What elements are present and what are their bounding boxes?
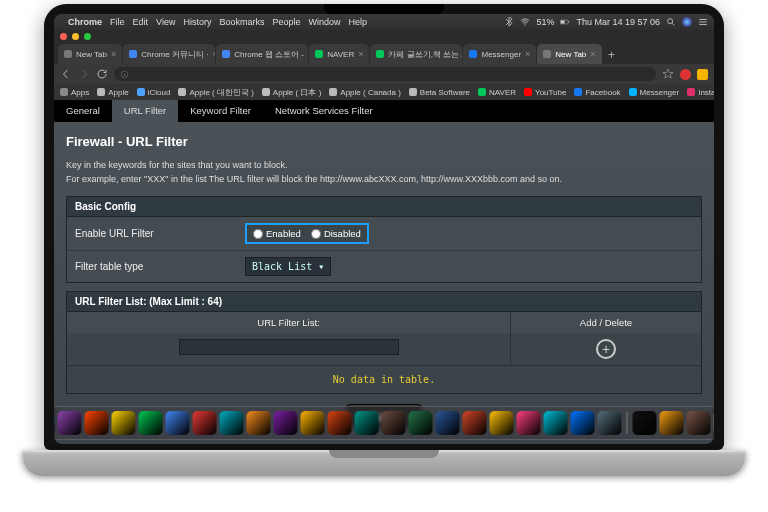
firewall-tabs: GeneralURL FilterKeyword FilterNetwork S… bbox=[54, 100, 714, 122]
add-button[interactable]: + bbox=[596, 339, 616, 359]
dock-app-icon[interactable] bbox=[517, 411, 541, 435]
dock-app-icon[interactable] bbox=[112, 411, 136, 435]
reload-icon[interactable] bbox=[96, 68, 108, 80]
filter-type-select[interactable]: Black List▾ bbox=[245, 257, 331, 276]
dock-app-icon[interactable] bbox=[328, 411, 352, 435]
mb-app[interactable]: Chrome bbox=[68, 17, 102, 27]
firewall-tab[interactable]: Network Services Filter bbox=[263, 100, 385, 122]
dock-app-icon[interactable] bbox=[58, 411, 82, 435]
mb-people[interactable]: People bbox=[272, 17, 300, 27]
spotlight-icon[interactable] bbox=[666, 17, 676, 27]
browser-tab[interactable]: 카페 글쓰기,책 쓰는 시 × bbox=[370, 44, 462, 64]
dock-app-icon[interactable] bbox=[571, 411, 595, 435]
filter-type-label: Filter table type bbox=[75, 261, 245, 272]
mb-view[interactable]: View bbox=[156, 17, 175, 27]
close-tab-icon[interactable]: × bbox=[111, 49, 116, 59]
mb-edit[interactable]: Edit bbox=[133, 17, 149, 27]
close-tab-icon[interactable]: × bbox=[358, 49, 363, 59]
forward-icon[interactable] bbox=[78, 68, 90, 80]
disabled-radio[interactable] bbox=[311, 229, 321, 239]
siri-icon[interactable] bbox=[682, 17, 692, 27]
star-icon[interactable] bbox=[662, 68, 674, 80]
address-bar[interactable] bbox=[114, 67, 656, 81]
dock-app-icon[interactable] bbox=[54, 411, 55, 435]
close-tab-icon[interactable]: × bbox=[590, 49, 595, 59]
dock-app-icon[interactable] bbox=[687, 411, 711, 435]
dock-app-icon[interactable] bbox=[220, 411, 244, 435]
bookmark-item[interactable]: Facebook bbox=[574, 88, 620, 97]
enable-url-filter-radio[interactable]: Enabled Disabled bbox=[245, 223, 369, 244]
ext-icon[interactable] bbox=[697, 69, 708, 80]
dock-app-icon[interactable] bbox=[490, 411, 514, 435]
dock-app-icon[interactable] bbox=[274, 411, 298, 435]
dock-app-icon[interactable] bbox=[247, 411, 271, 435]
bookmark-item[interactable]: Apple ( 대한민국 ) bbox=[178, 87, 253, 98]
bookmark-item[interactable]: iCloud bbox=[137, 88, 171, 97]
bookmark-item[interactable]: Instagram bbox=[687, 88, 714, 97]
mb-history[interactable]: History bbox=[183, 17, 211, 27]
clock: Thu Mar 14 19 57 06 bbox=[576, 17, 660, 27]
mac-menubar: Chrome File Edit View History Bookmarks … bbox=[54, 14, 714, 30]
close-tab-icon[interactable]: × bbox=[212, 49, 215, 59]
close-tab-icon[interactable]: × bbox=[525, 49, 530, 59]
mb-bookmarks[interactable]: Bookmarks bbox=[219, 17, 264, 27]
col-url: URL Filter List: bbox=[67, 312, 511, 333]
bookmark-item[interactable]: Apps bbox=[60, 88, 89, 97]
url-input[interactable] bbox=[179, 339, 399, 355]
bookmarks-bar: AppsAppleiCloudApple ( 대한민국 )Apple ( 日本 … bbox=[54, 84, 714, 100]
browser-tab[interactable]: Chrome 커뮤니티 · × bbox=[123, 44, 215, 64]
dock-app-icon[interactable] bbox=[714, 411, 715, 435]
dock-app-icon[interactable] bbox=[463, 411, 487, 435]
dock-app-icon[interactable] bbox=[85, 411, 109, 435]
svg-rect-2 bbox=[561, 20, 565, 23]
bookmark-item[interactable]: Beta Software bbox=[409, 88, 470, 97]
chevron-down-icon: ▾ bbox=[318, 261, 324, 272]
dock-app-icon[interactable] bbox=[355, 411, 379, 435]
mb-file[interactable]: File bbox=[110, 17, 125, 27]
firewall-tab[interactable]: General bbox=[54, 100, 112, 122]
ext-icon[interactable] bbox=[680, 69, 691, 80]
close-window[interactable] bbox=[60, 33, 67, 40]
dock-app-icon[interactable] bbox=[598, 411, 622, 435]
bookmark-item[interactable]: Apple ( Canada ) bbox=[329, 88, 400, 97]
browser-tab[interactable]: Messenger× bbox=[463, 44, 536, 64]
mb-window[interactable]: Window bbox=[308, 17, 340, 27]
bookmark-item[interactable]: Messenger bbox=[629, 88, 680, 97]
maximize-window[interactable] bbox=[84, 33, 91, 40]
new-tab-button[interactable]: + bbox=[603, 46, 621, 64]
browser-tab[interactable]: NAVER× bbox=[309, 44, 369, 64]
bookmark-item[interactable]: Apple ( 日本 ) bbox=[262, 87, 321, 98]
browser-tab[interactable]: New Tab× bbox=[537, 44, 601, 64]
info-icon bbox=[120, 70, 129, 79]
dock-app-icon[interactable] bbox=[166, 411, 190, 435]
firewall-tab[interactable]: Keyword Filter bbox=[178, 100, 263, 122]
bookmark-item[interactable]: NAVER bbox=[478, 88, 516, 97]
browser-tab[interactable]: Chrome 웹 스토어 - × bbox=[216, 44, 308, 64]
dock-app-icon[interactable] bbox=[660, 411, 684, 435]
svg-rect-3 bbox=[569, 21, 570, 23]
firewall-tab[interactable]: URL Filter bbox=[112, 100, 178, 122]
svg-point-4 bbox=[668, 19, 673, 24]
dock-app-icon[interactable] bbox=[193, 411, 217, 435]
enabled-radio[interactable] bbox=[253, 229, 263, 239]
browser-tab[interactable]: New Tab× bbox=[58, 44, 122, 64]
bluetooth-icon[interactable] bbox=[504, 17, 514, 27]
dock-app-icon[interactable] bbox=[382, 411, 406, 435]
wifi-icon[interactable] bbox=[520, 17, 530, 27]
dock-app-icon[interactable] bbox=[436, 411, 460, 435]
battery-pct: 51% bbox=[536, 17, 554, 27]
window-traffic-lights bbox=[54, 30, 714, 42]
dock-app-icon[interactable] bbox=[409, 411, 433, 435]
minimize-window[interactable] bbox=[72, 33, 79, 40]
dock-app-icon[interactable] bbox=[139, 411, 163, 435]
back-icon[interactable] bbox=[60, 68, 72, 80]
bookmark-item[interactable]: YouTube bbox=[524, 88, 566, 97]
url-filter-table: URL Filter List: Add / Delete + No data … bbox=[66, 312, 702, 394]
dock-app-icon[interactable] bbox=[301, 411, 325, 435]
mb-help[interactable]: Help bbox=[348, 17, 367, 27]
dock-app-icon[interactable] bbox=[544, 411, 568, 435]
notif-icon[interactable] bbox=[698, 17, 708, 27]
dock-app-icon[interactable] bbox=[633, 411, 657, 435]
bookmark-item[interactable]: Apple bbox=[97, 88, 128, 97]
mac-dock bbox=[54, 406, 714, 440]
